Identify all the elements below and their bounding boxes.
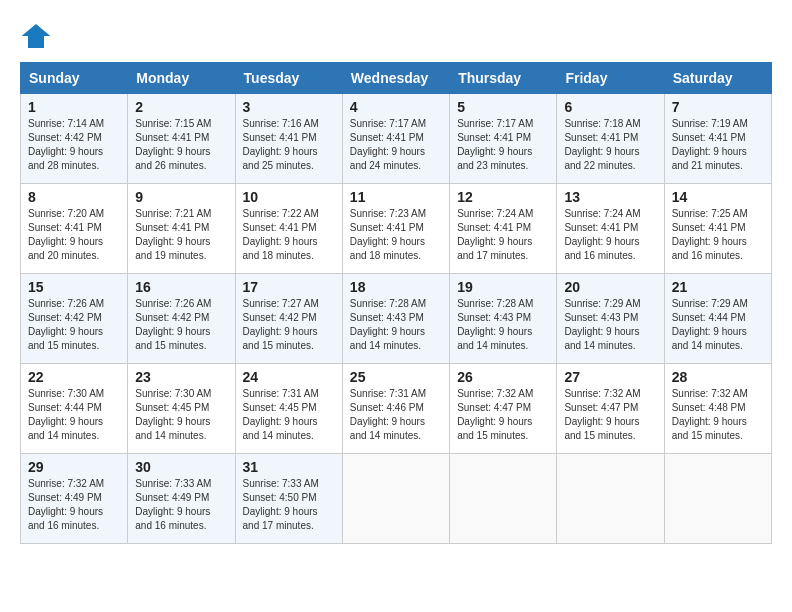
logo [20, 20, 58, 52]
calendar-cell: 23Sunrise: 7:30 AMSunset: 4:45 PMDayligh… [128, 364, 235, 454]
day-info: Sunrise: 7:18 AMSunset: 4:41 PMDaylight:… [564, 117, 656, 173]
calendar-cell: 24Sunrise: 7:31 AMSunset: 4:45 PMDayligh… [235, 364, 342, 454]
day-info: Sunrise: 7:32 AMSunset: 4:47 PMDaylight:… [457, 387, 549, 443]
day-info: Sunrise: 7:25 AMSunset: 4:41 PMDaylight:… [672, 207, 764, 263]
calendar-cell: 10Sunrise: 7:22 AMSunset: 4:41 PMDayligh… [235, 184, 342, 274]
calendar-cell: 13Sunrise: 7:24 AMSunset: 4:41 PMDayligh… [557, 184, 664, 274]
day-number: 28 [672, 369, 764, 385]
day-info: Sunrise: 7:17 AMSunset: 4:41 PMDaylight:… [350, 117, 442, 173]
col-header-monday: Monday [128, 63, 235, 94]
day-number: 16 [135, 279, 227, 295]
day-info: Sunrise: 7:22 AMSunset: 4:41 PMDaylight:… [243, 207, 335, 263]
calendar-cell [342, 454, 449, 544]
day-number: 22 [28, 369, 120, 385]
day-number: 5 [457, 99, 549, 115]
calendar-cell: 6Sunrise: 7:18 AMSunset: 4:41 PMDaylight… [557, 94, 664, 184]
day-info: Sunrise: 7:17 AMSunset: 4:41 PMDaylight:… [457, 117, 549, 173]
day-number: 25 [350, 369, 442, 385]
day-number: 14 [672, 189, 764, 205]
col-header-tuesday: Tuesday [235, 63, 342, 94]
day-info: Sunrise: 7:26 AMSunset: 4:42 PMDaylight:… [135, 297, 227, 353]
day-number: 13 [564, 189, 656, 205]
col-header-saturday: Saturday [664, 63, 771, 94]
calendar-cell: 18Sunrise: 7:28 AMSunset: 4:43 PMDayligh… [342, 274, 449, 364]
calendar-cell: 25Sunrise: 7:31 AMSunset: 4:46 PMDayligh… [342, 364, 449, 454]
day-info: Sunrise: 7:29 AMSunset: 4:43 PMDaylight:… [564, 297, 656, 353]
calendar-cell: 9Sunrise: 7:21 AMSunset: 4:41 PMDaylight… [128, 184, 235, 274]
calendar-cell [557, 454, 664, 544]
calendar-cell: 12Sunrise: 7:24 AMSunset: 4:41 PMDayligh… [450, 184, 557, 274]
day-number: 12 [457, 189, 549, 205]
day-info: Sunrise: 7:30 AMSunset: 4:44 PMDaylight:… [28, 387, 120, 443]
day-number: 26 [457, 369, 549, 385]
day-number: 1 [28, 99, 120, 115]
calendar-cell: 22Sunrise: 7:30 AMSunset: 4:44 PMDayligh… [21, 364, 128, 454]
day-info: Sunrise: 7:28 AMSunset: 4:43 PMDaylight:… [457, 297, 549, 353]
calendar-cell: 20Sunrise: 7:29 AMSunset: 4:43 PMDayligh… [557, 274, 664, 364]
calendar-cell: 3Sunrise: 7:16 AMSunset: 4:41 PMDaylight… [235, 94, 342, 184]
calendar-cell: 29Sunrise: 7:32 AMSunset: 4:49 PMDayligh… [21, 454, 128, 544]
col-header-friday: Friday [557, 63, 664, 94]
day-number: 29 [28, 459, 120, 475]
day-number: 3 [243, 99, 335, 115]
day-number: 8 [28, 189, 120, 205]
day-number: 18 [350, 279, 442, 295]
calendar-cell: 2Sunrise: 7:15 AMSunset: 4:41 PMDaylight… [128, 94, 235, 184]
calendar-cell: 15Sunrise: 7:26 AMSunset: 4:42 PMDayligh… [21, 274, 128, 364]
day-info: Sunrise: 7:23 AMSunset: 4:41 PMDaylight:… [350, 207, 442, 263]
day-info: Sunrise: 7:16 AMSunset: 4:41 PMDaylight:… [243, 117, 335, 173]
day-info: Sunrise: 7:32 AMSunset: 4:47 PMDaylight:… [564, 387, 656, 443]
calendar-cell: 14Sunrise: 7:25 AMSunset: 4:41 PMDayligh… [664, 184, 771, 274]
calendar-cell: 4Sunrise: 7:17 AMSunset: 4:41 PMDaylight… [342, 94, 449, 184]
day-info: Sunrise: 7:33 AMSunset: 4:49 PMDaylight:… [135, 477, 227, 533]
day-info: Sunrise: 7:32 AMSunset: 4:48 PMDaylight:… [672, 387, 764, 443]
day-number: 7 [672, 99, 764, 115]
day-number: 4 [350, 99, 442, 115]
day-number: 21 [672, 279, 764, 295]
day-info: Sunrise: 7:28 AMSunset: 4:43 PMDaylight:… [350, 297, 442, 353]
day-info: Sunrise: 7:33 AMSunset: 4:50 PMDaylight:… [243, 477, 335, 533]
calendar-cell: 27Sunrise: 7:32 AMSunset: 4:47 PMDayligh… [557, 364, 664, 454]
calendar-cell: 8Sunrise: 7:20 AMSunset: 4:41 PMDaylight… [21, 184, 128, 274]
day-info: Sunrise: 7:26 AMSunset: 4:42 PMDaylight:… [28, 297, 120, 353]
calendar-cell: 30Sunrise: 7:33 AMSunset: 4:49 PMDayligh… [128, 454, 235, 544]
day-number: 23 [135, 369, 227, 385]
day-info: Sunrise: 7:32 AMSunset: 4:49 PMDaylight:… [28, 477, 120, 533]
day-number: 19 [457, 279, 549, 295]
day-number: 17 [243, 279, 335, 295]
day-info: Sunrise: 7:21 AMSunset: 4:41 PMDaylight:… [135, 207, 227, 263]
day-number: 20 [564, 279, 656, 295]
day-number: 24 [243, 369, 335, 385]
day-info: Sunrise: 7:27 AMSunset: 4:42 PMDaylight:… [243, 297, 335, 353]
day-number: 27 [564, 369, 656, 385]
col-header-sunday: Sunday [21, 63, 128, 94]
day-info: Sunrise: 7:24 AMSunset: 4:41 PMDaylight:… [564, 207, 656, 263]
calendar-table: SundayMondayTuesdayWednesdayThursdayFrid… [20, 62, 772, 544]
day-number: 31 [243, 459, 335, 475]
calendar-cell: 21Sunrise: 7:29 AMSunset: 4:44 PMDayligh… [664, 274, 771, 364]
calendar-cell: 1Sunrise: 7:14 AMSunset: 4:42 PMDaylight… [21, 94, 128, 184]
calendar-cell: 28Sunrise: 7:32 AMSunset: 4:48 PMDayligh… [664, 364, 771, 454]
day-number: 9 [135, 189, 227, 205]
calendar-cell [450, 454, 557, 544]
calendar-cell: 26Sunrise: 7:32 AMSunset: 4:47 PMDayligh… [450, 364, 557, 454]
day-number: 10 [243, 189, 335, 205]
day-info: Sunrise: 7:14 AMSunset: 4:42 PMDaylight:… [28, 117, 120, 173]
calendar-cell: 16Sunrise: 7:26 AMSunset: 4:42 PMDayligh… [128, 274, 235, 364]
calendar-cell: 31Sunrise: 7:33 AMSunset: 4:50 PMDayligh… [235, 454, 342, 544]
page-header [20, 20, 772, 52]
svg-marker-0 [22, 24, 51, 48]
day-number: 15 [28, 279, 120, 295]
day-number: 30 [135, 459, 227, 475]
day-info: Sunrise: 7:24 AMSunset: 4:41 PMDaylight:… [457, 207, 549, 263]
calendar-cell: 19Sunrise: 7:28 AMSunset: 4:43 PMDayligh… [450, 274, 557, 364]
calendar-cell: 5Sunrise: 7:17 AMSunset: 4:41 PMDaylight… [450, 94, 557, 184]
calendar-cell: 11Sunrise: 7:23 AMSunset: 4:41 PMDayligh… [342, 184, 449, 274]
calendar-cell: 17Sunrise: 7:27 AMSunset: 4:42 PMDayligh… [235, 274, 342, 364]
day-info: Sunrise: 7:19 AMSunset: 4:41 PMDaylight:… [672, 117, 764, 173]
day-number: 2 [135, 99, 227, 115]
calendar-cell: 7Sunrise: 7:19 AMSunset: 4:41 PMDaylight… [664, 94, 771, 184]
col-header-wednesday: Wednesday [342, 63, 449, 94]
calendar-cell [664, 454, 771, 544]
logo-icon [20, 20, 52, 52]
